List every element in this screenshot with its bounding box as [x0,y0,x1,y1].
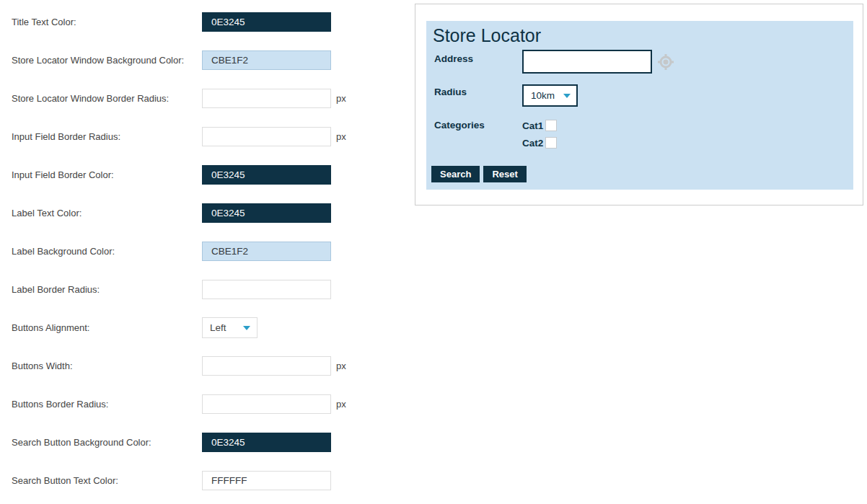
input-field-border-color-input[interactable] [202,165,331,185]
search-button-background-color-input[interactable] [202,433,331,452]
px-suffix: px [336,361,346,371]
reset-button[interactable]: Reset [483,166,526,182]
buttons-width-input[interactable] [202,356,331,376]
settings-row-window-background-color: Store Locator Window Background Color: [12,50,401,70]
field-label: Label Border Radius: [12,284,202,295]
settings-row-search-button-background: Search Button Background Color: [12,433,401,452]
crosshair-target-icon[interactable] [658,54,674,70]
window-background-color-input[interactable] [202,50,331,70]
label-text-color-input[interactable] [202,203,331,223]
window-border-radius-input[interactable] [202,89,331,108]
cat1-checkbox[interactable] [545,120,557,131]
label-background-color-input[interactable] [202,242,331,261]
settings-form: Title Text Color: Store Locator Window B… [12,12,401,504]
field-label: Input Field Border Color: [12,169,202,180]
buttons-border-radius-input[interactable] [202,394,331,414]
category-option: Cat2 [522,134,557,151]
field-label: Search Button Text Color: [12,475,202,486]
settings-row-window-border-radius: Store Locator Window Border Radius: px [12,89,401,108]
title-text-color-input[interactable] [202,12,331,32]
categories-list: Cat1 Cat2 [522,117,557,151]
preview-title: Store Locator [433,25,541,46]
field-label: Buttons Alignment: [12,322,202,333]
settings-row-label-background-color: Label Background Color: [12,242,401,261]
category-option: Cat1 [522,117,557,134]
field-label: Buttons Border Radius: [12,399,202,410]
address-input[interactable] [522,50,652,74]
store-locator-window: Store Locator Address Radius 10km Catego… [426,21,853,190]
categories-label: Categories [434,120,485,131]
px-suffix: px [336,399,346,410]
settings-row-title-text-color: Title Text Color: [12,12,401,32]
address-label: Address [434,53,473,64]
preview-button-bar: Search Reset [431,166,527,182]
selected-option: Left [210,322,226,333]
settings-row-buttons-border-radius: Buttons Border Radius: px [12,394,401,414]
chevron-down-icon [243,326,250,330]
label-border-radius-input[interactable] [202,280,331,299]
chevron-down-icon [563,94,571,98]
category-label: Cat1 [522,120,543,131]
settings-row-buttons-width: Buttons Width: px [12,356,401,376]
settings-row-input-border-color: Input Field Border Color: [12,165,401,185]
radius-label: Radius [434,87,467,97]
field-label: Buttons Width: [12,361,202,371]
buttons-alignment-select[interactable]: Left [202,317,258,338]
settings-row-label-text-color: Label Text Color: [12,203,401,223]
field-label: Label Text Color: [12,208,202,218]
settings-row-label-border-radius: Label Border Radius: [12,280,401,299]
settings-row-input-border-radius: Input Field Border Radius: px [12,127,401,146]
field-label: Label Background Color: [12,246,202,257]
field-label: Input Field Border Radius: [12,131,202,142]
field-label: Search Button Background Color: [12,437,202,448]
selected-option: 10km [531,90,555,101]
cat2-checkbox[interactable] [545,137,557,149]
px-suffix: px [336,93,346,104]
category-label: Cat2 [522,138,543,149]
settings-row-search-button-text-color: Search Button Text Color: [12,471,401,490]
radius-select[interactable]: 10km [522,84,578,107]
field-label: Store Locator Window Background Color: [12,55,202,66]
field-label: Store Locator Window Border Radius: [12,93,202,104]
store-locator-preview-card: Store Locator Address Radius 10km Catego… [415,4,863,205]
search-button-text-color-input[interactable] [202,471,331,490]
px-suffix: px [336,131,346,142]
field-label: Title Text Color: [12,17,202,27]
settings-row-buttons-alignment: Buttons Alignment: Left [12,318,401,337]
search-button[interactable]: Search [431,166,480,182]
input-field-border-radius-input[interactable] [202,127,331,146]
